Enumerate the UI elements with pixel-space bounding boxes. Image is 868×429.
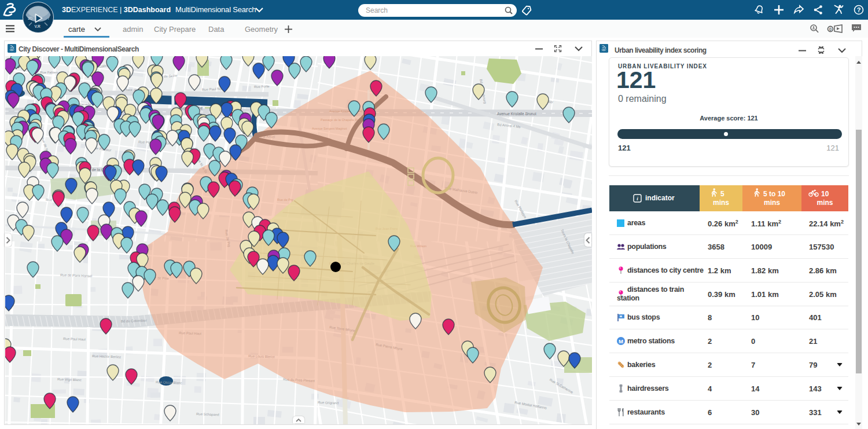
svg-text:V.R: V.R	[35, 24, 41, 28]
svg-text:0: 0	[829, 27, 832, 32]
svg-text:i': i'	[48, 16, 50, 20]
svg-text:?: ?	[857, 6, 861, 13]
svg-text:i: i	[637, 196, 638, 201]
svg-text:Rue Fabien: Rue Fabien	[40, 71, 58, 74]
svg-text:Rue Grigrand: Rue Grigrand	[318, 401, 339, 405]
svg-text:Rue Forte: Rue Forte	[254, 85, 270, 89]
svg-text:Avenue Kristalle Brunot: Avenue Kristalle Brunot	[497, 112, 536, 116]
svg-text:M: M	[619, 338, 623, 344]
svg-text:3D: 3D	[28, 16, 33, 20]
